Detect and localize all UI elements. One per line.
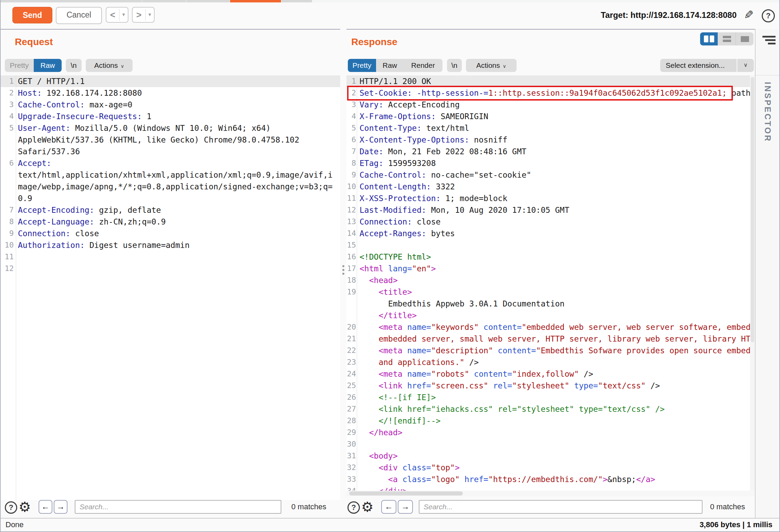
window-tab-active[interactable]	[230, 0, 281, 2]
code-line: 26 <!--[if IE]>	[346, 392, 750, 403]
window-tab[interactable]	[281, 0, 312, 2]
code-line: 28 </![endif]-->	[346, 415, 750, 427]
response-tab-pretty[interactable]: Pretty	[348, 59, 376, 72]
send-button[interactable]: Send	[12, 7, 52, 23]
code-line: 31 <body>	[346, 450, 750, 462]
divider	[756, 75, 780, 75]
code-line: 9Connection: close	[0, 228, 340, 239]
code-line: AppleWebKit/537.36 (KHTML, like Gecko) C…	[0, 134, 340, 146]
forward-dropdown-button[interactable]: ▼	[146, 8, 154, 22]
code-line: 33 <a class="logo" href="https://embedth…	[346, 473, 750, 485]
window-tab-strip	[0, 0, 780, 2]
help-icon[interactable]: ?	[762, 9, 775, 22]
collapse-panel-icon[interactable]	[762, 36, 776, 46]
code-line: 20 <meta name="keywords" content="embedd…	[346, 321, 750, 333]
request-tab-pretty[interactable]: Pretty	[5, 59, 34, 72]
search-prev-button[interactable]: ←	[381, 500, 396, 514]
history-forward-group: > ▼	[132, 7, 155, 23]
response-actions-menu[interactable]: Actions∨	[466, 59, 517, 72]
code-line: 6X-Content-Type-Options: nosniff	[346, 134, 750, 146]
stacked-icon	[723, 36, 731, 42]
inspector-tab[interactable]: INSPECTOR	[755, 82, 780, 144]
code-line: mage/webp,image/apng,*/*;q=0.8,applicati…	[0, 181, 340, 192]
window-tab[interactable]	[142, 0, 186, 2]
status-bytes-time: 3,806 bytes | 1 millis	[699, 520, 772, 529]
layout-columns-button[interactable]	[700, 32, 718, 45]
request-panel-title: Request	[15, 36, 53, 48]
select-extension-chevron[interactable]: ∨	[737, 59, 754, 72]
splitter-handle-dot	[342, 265, 344, 267]
horizontal-scrollbar-thumb[interactable]	[349, 491, 463, 496]
request-editor[interactable]: 1GET / HTTP/1.12Host: 192.168.174.128:80…	[0, 75, 340, 500]
request-tab-newline[interactable]: \n	[66, 59, 82, 72]
code-line: 0.9	[0, 192, 340, 204]
code-line: 32 <div class="top">	[346, 462, 750, 473]
gear-icon[interactable]: ⚙	[19, 500, 31, 514]
actions-label: Actions	[94, 61, 118, 69]
response-tab-newline[interactable]: \n	[447, 59, 462, 72]
burp-repeater-window: { "colors": { "accent_orange": "#ea5b20"…	[0, 0, 780, 532]
window-tab[interactable]	[0, 0, 142, 2]
code-line: 3Cache-Control: max-age=0	[0, 99, 340, 111]
code-line: 12Last-Modified: Mon, 10 Aug 2020 17:10:…	[346, 204, 750, 216]
code-line: </title>	[346, 310, 750, 321]
cancel-button[interactable]: Cancel	[56, 7, 102, 24]
code-line: 5Content-Type: text/html	[346, 122, 750, 134]
columns-icon	[704, 35, 708, 42]
code-line: 10Content-Length: 3322	[346, 181, 750, 192]
code-line: 16<!DOCTYPE html>	[346, 251, 750, 263]
single-pane-icon	[741, 36, 749, 42]
code-line: 12	[0, 263, 340, 274]
layout-single-button[interactable]	[736, 32, 753, 45]
status-done: Done	[6, 520, 24, 529]
search-prev-button[interactable]: ←	[39, 500, 52, 514]
response-editor[interactable]: 1HTTP/1.1 200 OK2Set-Cookie: -http-sessi…	[346, 75, 750, 491]
back-dropdown-button[interactable]: ▼	[119, 8, 128, 22]
request-search-input[interactable]	[75, 500, 281, 514]
code-line: 8ETag: 1599593208	[346, 157, 750, 169]
response-tab-render[interactable]: Render	[404, 59, 443, 72]
code-line: 14Accept-Ranges: bytes	[346, 228, 750, 239]
search-next-button[interactable]: →	[54, 500, 67, 514]
response-search-input[interactable]	[419, 500, 703, 514]
code-line: 23 and applications." />	[346, 356, 750, 368]
code-line: 30	[346, 438, 750, 450]
response-tab-raw[interactable]: Raw	[376, 59, 404, 72]
code-line: 7Accept-Encoding: gzip, deflate	[0, 204, 340, 216]
back-button[interactable]: <	[106, 8, 119, 22]
window-tab[interactable]	[186, 0, 230, 2]
splitter-handle-dot	[342, 269, 344, 271]
code-line: 9Cache-Control: no-cache="set-cookie"	[346, 169, 750, 181]
gutter-line	[357, 75, 357, 491]
search-next-button[interactable]: →	[398, 500, 413, 514]
request-tab-raw[interactable]: Raw	[34, 59, 62, 72]
code-line: 22 <meta name="description" content="Emb…	[346, 345, 750, 356]
help-icon[interactable]: ?	[5, 501, 17, 514]
gear-icon[interactable]: ⚙	[361, 500, 374, 514]
code-line: text/html,application/xhtml+xml,applicat…	[0, 169, 340, 181]
code-line: 15	[346, 239, 750, 251]
code-line: 5User-Agent: Mozilla/5.0 (Windows NT 10.…	[0, 122, 340, 134]
vertical-scrollbar-thumb[interactable]	[751, 77, 754, 342]
code-line: 29 </head>	[346, 427, 750, 438]
request-actions-menu[interactable]: Actions∨	[86, 59, 133, 72]
code-line: 3Vary: Accept-Encoding	[346, 99, 750, 111]
help-icon[interactable]: ?	[347, 501, 360, 514]
select-extension-dropdown[interactable]: Select extension...	[660, 59, 737, 72]
code-line: 1HTTP/1.1 200 OK	[346, 75, 750, 87]
code-line: 10Authorization: Digest username=admin	[0, 239, 340, 251]
code-line: Embedthis Appweb 3.0A.1 Documentation	[346, 298, 750, 310]
code-line: 4Upgrade-Insecure-Requests: 1	[0, 111, 340, 122]
response-panel-title: Response	[351, 36, 397, 48]
edit-target-pencil-icon[interactable]: ✎	[744, 8, 754, 22]
layout-stacked-button[interactable]	[718, 32, 736, 45]
code-line: 6Accept:	[0, 157, 340, 169]
code-line: 27 <link href="iehacks.css" rel="stylesh…	[346, 403, 750, 415]
forward-button[interactable]: >	[133, 8, 145, 22]
code-line: 18 <head>	[346, 274, 750, 286]
target-label: Target: http://192.168.174.128:8080	[601, 10, 737, 20]
code-line: 2Host: 192.168.174.128:8080	[0, 87, 340, 99]
code-line: 11X-XSS-Protection: 1; mode=block	[346, 192, 750, 204]
code-line: 8Accept-Language: zh-CN,zh;q=0.9	[0, 216, 340, 228]
history-back-group: < ▼	[106, 7, 128, 23]
